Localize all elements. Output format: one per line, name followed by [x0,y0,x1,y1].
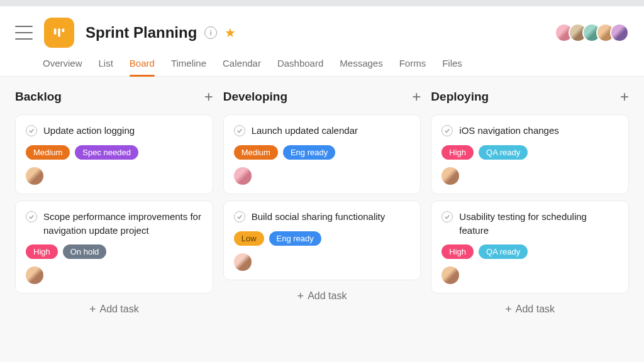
assignee-avatar[interactable] [26,266,43,284]
priority-tag[interactable]: Medium [26,145,70,160]
assignee-avatar[interactable] [26,167,43,185]
task-card[interactable]: iOS navigation changes High QA ready [431,114,629,194]
task-card[interactable]: Update action logging Medium Spec needed [15,114,213,194]
task-title: Scope performance improvements for navig… [43,210,203,238]
assignee-avatar[interactable] [441,167,459,185]
column-title[interactable]: Backlog [15,90,62,104]
task-card[interactable]: Scope performance improvements for navig… [15,200,213,294]
column-title[interactable]: Deploying [431,90,489,104]
column-backlog: Backlog + Update action logging Medium S… [15,89,213,351]
complete-check-icon[interactable] [234,125,245,136]
complete-check-icon[interactable] [441,211,453,222]
status-tag[interactable]: Eng ready [269,231,321,246]
add-task-label: Add task [308,290,347,302]
priority-tag[interactable]: High [441,145,474,160]
tab-board[interactable]: Board [130,58,155,76]
task-title: Usability testing for scheduling feature [459,210,618,238]
add-card-icon[interactable]: + [204,89,213,104]
add-task-button[interactable]: + Add task [431,300,629,319]
project-tabs: Overview List Board Timeline Calendar Da… [0,48,644,77]
tab-forms[interactable]: Forms [399,58,426,76]
tab-dashboard[interactable]: Dashboard [277,58,323,76]
column-developing: Developing + Launch updated calendar Med… [223,89,421,351]
complete-check-icon[interactable] [26,125,37,136]
complete-check-icon[interactable] [441,125,453,136]
plus-icon: + [297,290,304,302]
priority-tag[interactable]: Medium [234,145,278,160]
priority-tag[interactable]: High [26,244,58,259]
svg-rect-0 [54,29,57,35]
add-card-icon[interactable]: + [412,89,421,104]
add-task-label: Add task [99,304,138,315]
assignee-avatar[interactable] [234,167,252,185]
tab-calendar[interactable]: Calendar [223,58,261,76]
avatar[interactable] [610,23,629,42]
column-deploying: Deploying + iOS navigation changes High … [431,89,629,351]
header: Sprint Planning i ★ [0,6,644,48]
task-title: Update action logging [43,124,135,138]
star-icon[interactable]: ★ [225,25,236,40]
priority-tag[interactable]: High [441,244,474,259]
tab-files[interactable]: Files [442,58,462,76]
svg-rect-1 [58,29,60,37]
task-title: Build social sharing functionality [252,210,386,224]
assignee-avatar[interactable] [441,266,459,284]
status-tag[interactable]: Eng ready [283,145,335,160]
add-task-button[interactable]: + Add task [223,287,421,305]
complete-check-icon[interactable] [234,211,245,222]
board-area: Backlog + Update action logging Medium S… [0,77,644,362]
member-avatars[interactable] [560,23,629,42]
page-title: Sprint Planning [86,24,197,41]
column-title[interactable]: Developing [223,90,287,104]
task-card[interactable]: Build social sharing functionality Low E… [223,200,421,280]
priority-tag[interactable]: Low [234,231,264,246]
info-icon[interactable]: i [204,26,217,39]
hamburger-menu-icon[interactable] [15,26,33,40]
complete-check-icon[interactable] [26,211,37,222]
status-tag[interactable]: Spec needed [75,145,138,160]
plus-icon: + [89,304,96,315]
plus-icon: + [505,304,512,315]
add-task-button[interactable]: + Add task [15,300,213,319]
task-title: iOS navigation changes [459,124,558,138]
task-title: Launch updated calendar [252,124,358,138]
tab-messages[interactable]: Messages [340,58,382,76]
svg-rect-2 [62,29,65,33]
status-tag[interactable]: QA ready [479,145,528,160]
task-card[interactable]: Launch updated calendar Medium Eng ready [223,114,421,194]
status-tag[interactable]: On hold [63,244,107,259]
add-card-icon[interactable]: + [620,89,629,104]
window-chrome [0,0,644,6]
project-icon[interactable] [44,18,74,48]
tab-overview[interactable]: Overview [43,58,82,76]
tab-list[interactable]: List [99,58,113,76]
status-tag[interactable]: QA ready [479,244,528,259]
add-task-label: Add task [516,304,555,315]
task-card[interactable]: Usability testing for scheduling feature… [431,200,629,294]
assignee-avatar[interactable] [234,253,252,271]
tab-timeline[interactable]: Timeline [171,58,206,76]
